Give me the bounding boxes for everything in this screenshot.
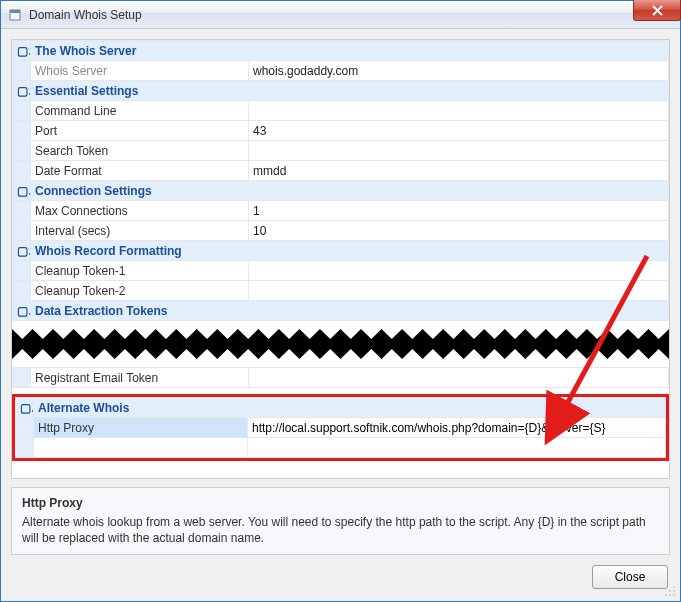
row-date-format[interactable]: Date Formatmmdd bbox=[13, 161, 669, 181]
annotation-highlight-box: ▢ Alternate Whois Http Proxy bbox=[12, 394, 669, 461]
help-body: Alternate whois lookup from a web server… bbox=[22, 514, 659, 546]
collapse-icon[interactable]: ▢ bbox=[13, 41, 31, 61]
window-title: Domain Whois Setup bbox=[29, 8, 142, 22]
svg-point-4 bbox=[669, 590, 671, 592]
app-icon bbox=[7, 7, 23, 23]
row-port[interactable]: Port43 bbox=[13, 121, 669, 141]
close-icon bbox=[652, 5, 663, 16]
row-search-token[interactable]: Search Token bbox=[13, 141, 669, 161]
titlebar: Domain Whois Setup bbox=[1, 1, 680, 29]
collapse-icon[interactable]: ▢ bbox=[16, 398, 34, 418]
svg-point-3 bbox=[673, 586, 675, 588]
svg-point-5 bbox=[673, 590, 675, 592]
row-interval[interactable]: Interval (secs)10 bbox=[13, 221, 669, 241]
collapse-icon[interactable]: ▢ bbox=[13, 81, 31, 101]
dialog-window: Domain Whois Setup ▢ The Whois Server bbox=[0, 0, 681, 602]
dialog-buttons: Close bbox=[11, 563, 670, 591]
property-grid: ▢ The Whois Server Whois Server whois.go… bbox=[11, 39, 670, 479]
row-command-line[interactable]: Command Line bbox=[13, 101, 669, 121]
help-title: Http Proxy bbox=[22, 496, 659, 510]
collapse-icon[interactable]: ▢ bbox=[13, 241, 31, 261]
help-panel: Http Proxy Alternate whois lookup from a… bbox=[11, 487, 670, 555]
row-registrant-email-token[interactable]: Registrant Email Token bbox=[13, 368, 669, 388]
section-essential[interactable]: ▢ Essential Settings bbox=[13, 81, 669, 101]
svg-rect-1 bbox=[10, 10, 20, 13]
section-connection[interactable]: ▢ Connection Settings bbox=[13, 181, 669, 201]
collapse-icon[interactable]: ▢ bbox=[13, 301, 31, 321]
row-http-proxy[interactable]: Http Proxy bbox=[16, 418, 666, 438]
torn-section bbox=[12, 321, 669, 367]
svg-point-7 bbox=[669, 594, 671, 596]
row-max-connections[interactable]: Max Connections1 bbox=[13, 201, 669, 221]
row-cleanup-2[interactable]: Cleanup Token-2 bbox=[13, 281, 669, 301]
svg-point-8 bbox=[673, 594, 675, 596]
section-whois-server[interactable]: ▢ The Whois Server bbox=[13, 41, 669, 61]
window-close-button[interactable] bbox=[633, 0, 681, 21]
collapse-icon[interactable]: ▢ bbox=[13, 181, 31, 201]
svg-point-6 bbox=[665, 594, 667, 596]
client-area: ▢ The Whois Server Whois Server whois.go… bbox=[1, 29, 680, 601]
section-alternate[interactable]: ▢ Alternate Whois bbox=[16, 398, 666, 418]
http-proxy-input[interactable] bbox=[252, 421, 661, 435]
section-formatting[interactable]: ▢ Whois Record Formatting bbox=[13, 241, 669, 261]
resize-grip[interactable] bbox=[664, 585, 676, 597]
row-whois-server[interactable]: Whois Server whois.godaddy.com bbox=[13, 61, 669, 81]
close-button[interactable]: Close bbox=[592, 565, 668, 589]
row-cleanup-1[interactable]: Cleanup Token-1 bbox=[13, 261, 669, 281]
section-extraction[interactable]: ▢ Data Extraction Tokens bbox=[13, 301, 669, 321]
